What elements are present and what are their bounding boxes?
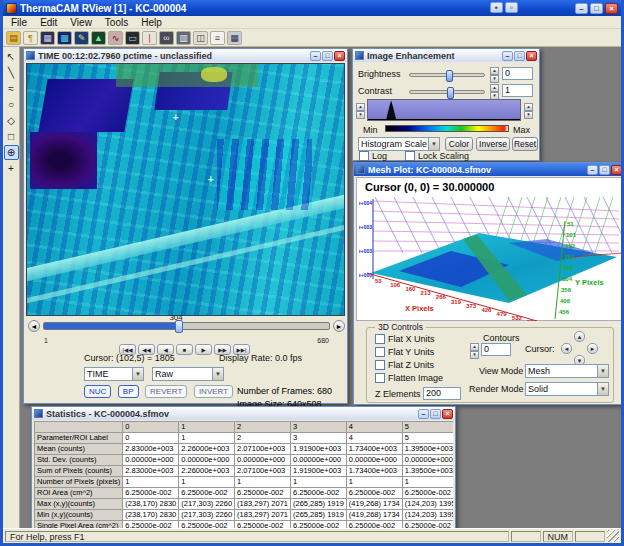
close-button[interactable]: ×	[605, 3, 618, 14]
table-cell[interactable]: 4	[346, 433, 402, 444]
contrast-spinner[interactable]: ▲▼	[490, 84, 499, 98]
table-cell[interactable]: (124,203) 1395	[402, 510, 453, 521]
table-icon[interactable]: ▦	[227, 31, 242, 45]
thermal-image[interactable]: + +	[26, 63, 345, 316]
log-checkbox[interactable]	[359, 151, 369, 161]
brightness-spinner[interactable]: ▲▼	[490, 67, 499, 81]
frame-slider-track[interactable]: 304 1 680	[43, 322, 330, 330]
statistics-titlebar[interactable]: Statistics - KC-000004.sfmov – □ ×	[32, 407, 455, 420]
brightness-field[interactable]: 0	[502, 67, 533, 80]
brightness-slider[interactable]	[409, 73, 485, 77]
table-cell[interactable]: 6.25000e-002	[290, 488, 346, 499]
table-cell[interactable]: 2.07100e+003	[235, 466, 291, 477]
table-cell[interactable]: 1.39500e+003	[402, 466, 453, 477]
slider-right-arrow[interactable]: ►	[333, 320, 345, 332]
mesh-maximize-button[interactable]: □	[599, 165, 610, 175]
table-cell[interactable]: 0.00000e+000	[235, 455, 291, 466]
inverse-button[interactable]: Inverse	[476, 137, 510, 151]
time-close-button[interactable]: ×	[334, 51, 345, 61]
invert-button[interactable]: INVERT	[194, 385, 233, 398]
time-maximize-button[interactable]: □	[322, 51, 333, 61]
contrast-thumb[interactable]	[447, 87, 454, 99]
open-icon[interactable]: ▤	[6, 31, 21, 45]
table-cell[interactable]: 1.73400e+003	[346, 444, 402, 455]
time-minimize-button[interactable]: –	[310, 51, 321, 61]
pan-tool[interactable]: +	[4, 161, 19, 176]
ellipse-tool[interactable]: ○	[4, 97, 19, 112]
table-cell[interactable]: (124,203) 1395	[402, 499, 453, 510]
table-cell[interactable]: 1.39500e+003	[402, 444, 453, 455]
profile-icon[interactable]: ∿	[108, 31, 123, 45]
menu-view[interactable]: View	[64, 17, 98, 28]
key-icon[interactable]: ¶	[23, 31, 38, 45]
monitor-icon[interactable]: ▭	[125, 31, 140, 45]
menu-edit[interactable]: Edit	[34, 17, 63, 28]
thermometer-icon[interactable]: ∣	[142, 31, 157, 45]
stats-minimize-button[interactable]: –	[418, 409, 429, 419]
mesh-plot-icon[interactable]: ▲	[91, 31, 106, 45]
table-cell[interactable]: 1	[179, 433, 235, 444]
table-cell[interactable]: (238,170) 2830	[123, 499, 179, 510]
histogram-right-spinner[interactable]: ▲▼	[524, 103, 533, 117]
enh-close-button[interactable]: ×	[526, 51, 537, 61]
table-cell[interactable]: 1.91900e+003	[290, 444, 346, 455]
table-cell[interactable]: 1	[179, 477, 235, 488]
render-mode-arrow[interactable]: ▼	[597, 383, 608, 395]
table-cell[interactable]: 6.25000e-002	[402, 488, 453, 499]
menu-file[interactable]: File	[5, 17, 33, 28]
table-cell[interactable]: 0.00000e+000	[179, 455, 235, 466]
table-cell[interactable]: 1	[346, 477, 402, 488]
table-cell[interactable]: (217,303) 2260	[179, 499, 235, 510]
binoculars-icon[interactable]: ∞	[159, 31, 174, 45]
enh-minimize-button[interactable]: –	[502, 51, 513, 61]
filmstrip-icon[interactable]: ▥	[176, 31, 191, 45]
table-cell[interactable]: (183,297) 2071	[235, 510, 291, 521]
freehand-tool[interactable]: ≈	[4, 81, 19, 96]
stats-icon[interactable]: ◫	[193, 31, 208, 45]
contours-field[interactable]: 0	[481, 343, 511, 356]
select-tool[interactable]: ↖	[4, 49, 19, 64]
view-mode-arrow[interactable]: ▼	[597, 365, 608, 377]
table-cell[interactable]: (183,297) 2071	[235, 499, 291, 510]
flatten-image-checkbox[interactable]	[375, 373, 385, 383]
enh-maximize-button[interactable]: □	[514, 51, 525, 61]
scale-select[interactable]: Histogram Scale▼	[358, 137, 440, 151]
extra-button-1[interactable]: ▪	[490, 2, 503, 13]
table-cell[interactable]: 0.00000e+000	[402, 455, 453, 466]
cursor-up-button[interactable]: ▲	[574, 331, 585, 342]
report-icon[interactable]: ≡	[210, 31, 225, 45]
resize-grip[interactable]	[607, 530, 619, 542]
mesh-close-button[interactable]: ×	[611, 165, 621, 175]
stop-button[interactable]: ■	[176, 344, 193, 355]
time-window-titlebar[interactable]: TIME 00:12:02.7960 pctime - unclassified…	[24, 49, 347, 62]
color-button[interactable]: Color	[445, 137, 473, 151]
table-cell[interactable]: 0.00000e+000	[346, 455, 402, 466]
cursor-left-button[interactable]: ◄	[561, 343, 572, 354]
table-cell[interactable]: 0.00000e+000	[123, 455, 179, 466]
table-cell[interactable]: (265,285) 1919	[290, 510, 346, 521]
data-select[interactable]: Raw▼	[152, 367, 224, 381]
play-button[interactable]: ▶	[195, 344, 212, 355]
table-cell[interactable]: 2.83000e+003	[123, 466, 179, 477]
table-cell[interactable]: 1	[402, 477, 453, 488]
slider-left-arrow[interactable]: ◄	[28, 320, 40, 332]
reset-button[interactable]: Reset	[512, 137, 538, 151]
region-tool[interactable]: □	[4, 129, 19, 144]
data-select-arrow[interactable]: ▼	[212, 368, 223, 380]
app-titlebar[interactable]: ThermaCAM RView [1] - KC-000004 ▪ ▫ – □ …	[3, 0, 621, 16]
mode-select[interactable]: TIME▼	[84, 367, 144, 381]
nuc-button[interactable]: NUC	[84, 385, 111, 398]
mode-select-arrow[interactable]: ▼	[132, 368, 143, 380]
table-cell[interactable]: (238,170) 2830	[123, 510, 179, 521]
menu-tools[interactable]: Tools	[99, 17, 134, 28]
table-cell[interactable]: 2	[235, 433, 291, 444]
table-cell[interactable]: (265,285) 1919	[290, 499, 346, 510]
table-cell[interactable]: 1.73400e+003	[346, 466, 402, 477]
contrast-field[interactable]: 1	[502, 84, 533, 97]
histogram-left-spinner[interactable]: ▲▼	[356, 103, 365, 117]
table-cell[interactable]: 2.07100e+003	[235, 444, 291, 455]
z-elements-field[interactable]: 200	[423, 387, 461, 400]
contrast-slider[interactable]	[409, 90, 485, 94]
flat-z-units-checkbox[interactable]	[375, 360, 385, 370]
table-cell[interactable]: (419,268) 1734	[346, 510, 402, 521]
